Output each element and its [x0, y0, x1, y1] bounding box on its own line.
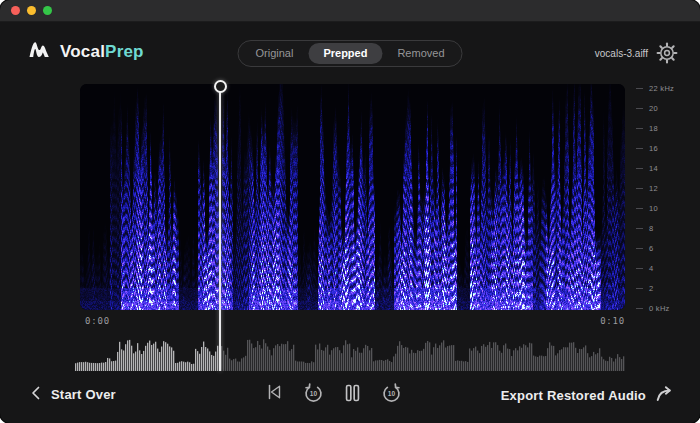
- export-arrow-icon: [655, 385, 674, 405]
- freq-label: 18: [649, 124, 658, 133]
- tab-removed[interactable]: Removed: [382, 43, 459, 64]
- rewind-10-icon: 10: [303, 392, 325, 407]
- svg-text:10: 10: [388, 390, 396, 397]
- app-window: VocalPrep OriginalPreppedRemoved vocals-…: [0, 0, 700, 423]
- app-title: VocalPrep: [60, 42, 144, 62]
- playhead-line[interactable]: [219, 91, 221, 371]
- transport-controls: 10 10: [264, 382, 403, 404]
- freq-tick: [636, 228, 643, 229]
- freq-tick: [636, 308, 643, 309]
- freq-label: 8: [649, 224, 653, 233]
- freq-label: 20: [649, 104, 658, 113]
- freq-label: 0 kHz: [649, 304, 670, 313]
- pause-button[interactable]: [342, 382, 364, 404]
- close-window-button[interactable]: [11, 6, 20, 15]
- freq-tick: [636, 288, 643, 289]
- vocalprep-waveform-icon: [28, 40, 53, 63]
- freq-tick: [636, 148, 643, 149]
- forward-10-button[interactable]: 10: [381, 382, 403, 404]
- freq-label: 12: [649, 184, 658, 193]
- freq-tick: [636, 128, 643, 129]
- titlebar: [0, 0, 700, 22]
- freq-tick: [636, 188, 643, 189]
- pause-icon: [342, 392, 364, 407]
- freq-label: 16: [649, 144, 658, 153]
- skip-to-start-button[interactable]: [264, 382, 286, 404]
- freq-tick: [636, 208, 643, 209]
- export-restored-audio-button[interactable]: Export Restored Audio: [501, 385, 674, 405]
- freq-label: 14: [649, 164, 658, 173]
- app-logo: VocalPrep: [28, 40, 144, 63]
- playhead-handle[interactable]: [214, 80, 227, 93]
- zoom-window-button[interactable]: [43, 6, 52, 15]
- svg-text:10: 10: [310, 390, 318, 397]
- frequency-axis: 22 kHz20181614121086420 kHz: [636, 84, 698, 318]
- time-end-label: 0:10: [600, 316, 625, 326]
- freq-label: 4: [649, 264, 653, 273]
- time-start-label: 0:00: [85, 316, 110, 326]
- minimize-window-button[interactable]: [27, 6, 36, 15]
- freq-tick: [636, 248, 643, 249]
- waveform-overview[interactable]: [75, 337, 625, 371]
- spectrogram-canvas[interactable]: [80, 84, 625, 310]
- freq-tick: [636, 108, 643, 109]
- view-tab-group: OriginalPreppedRemoved: [238, 40, 463, 67]
- start-over-button[interactable]: Start Over: [30, 385, 116, 404]
- export-label: Export Restored Audio: [501, 388, 646, 403]
- freq-label: 2: [649, 284, 653, 293]
- freq-tick: [636, 268, 643, 269]
- freq-tick: [636, 88, 643, 89]
- forward-10-icon: 10: [381, 392, 403, 407]
- chevron-left-icon: [30, 385, 42, 404]
- loaded-filename: vocals-3.aiff: [595, 48, 648, 59]
- freq-tick: [636, 168, 643, 169]
- spectrogram-panel: [80, 84, 625, 310]
- settings-button[interactable]: [656, 42, 678, 64]
- gear-icon: [656, 52, 678, 67]
- rewind-10-button[interactable]: 10: [303, 382, 325, 404]
- start-over-label: Start Over: [51, 387, 116, 402]
- tab-prepped[interactable]: Prepped: [308, 43, 382, 64]
- freq-label: 6: [649, 244, 653, 253]
- freq-label: 22 kHz: [649, 84, 674, 93]
- skip-to-start-icon: [265, 390, 285, 405]
- tab-original[interactable]: Original: [241, 43, 309, 64]
- freq-label: 10: [649, 204, 658, 213]
